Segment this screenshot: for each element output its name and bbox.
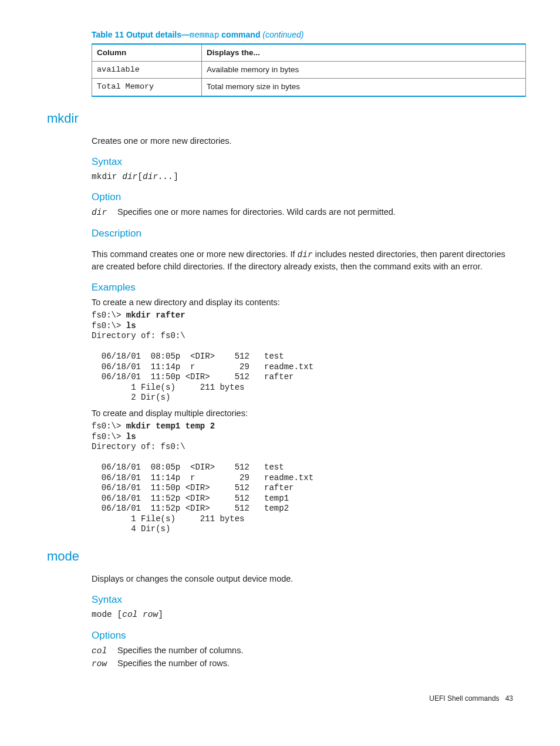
- description-heading: Description: [92, 227, 513, 241]
- desc-text: This command creates one or more new dir…: [92, 249, 298, 259]
- option-term: row: [92, 659, 115, 670]
- syntax-bracket: [: [137, 172, 143, 181]
- syntax-cmd: mkdir: [92, 172, 122, 181]
- options-heading: Options: [92, 629, 513, 643]
- example2-intro: To create and display multiple directori…: [92, 408, 513, 420]
- mode-intro: Displays or changes the console output d…: [92, 573, 513, 585]
- footer-text: UEFI Shell commands: [429, 694, 499, 703]
- option-heading: Option: [92, 191, 513, 204]
- output-details-table: Column Displays the... available Availab…: [92, 43, 526, 97]
- mkdir-description: This command creates one or more new dir…: [92, 249, 513, 272]
- option-row: col Specifies the number of columns.: [92, 645, 513, 657]
- table-cell-col: Total Memory: [92, 79, 202, 96]
- caption-mono: memmap: [190, 31, 219, 40]
- syntax-arg: col row: [122, 610, 158, 619]
- table-row: Total Memory Total memory size in bytes: [92, 79, 526, 96]
- option-row: dir Specifies one or more names for dire…: [92, 207, 513, 219]
- table-caption: Table 11 Output details—memmap command (…: [92, 29, 525, 41]
- option-desc: Specifies the number of columns.: [117, 646, 243, 655]
- option-desc: Specifies one or more names for director…: [117, 207, 396, 217]
- mkdir-heading: mkdir: [47, 110, 525, 127]
- desc-mono: dir: [298, 250, 313, 259]
- table-cell-desc: Available memory in bytes: [202, 62, 526, 79]
- option-term: dir: [92, 207, 115, 219]
- syntax-heading: Syntax: [92, 156, 513, 169]
- table-header-row: Column Displays the...: [92, 44, 526, 62]
- mkdir-syntax: mkdir dir[dir...]: [92, 171, 513, 183]
- option-term: col: [92, 646, 115, 657]
- example1-intro: To create a new directory and display it…: [92, 297, 513, 309]
- mode-syntax: mode [col row]: [92, 609, 513, 621]
- syntax-arg: dir: [122, 172, 137, 181]
- page-number: 43: [505, 694, 513, 703]
- mode-heading: mode: [47, 548, 525, 565]
- caption-bold2: command: [219, 30, 262, 39]
- example1-code: fs0:\> mkdir rafter fs0:\> ls Directory …: [92, 310, 513, 403]
- option-row: row Specifies the number of rows.: [92, 658, 513, 670]
- syntax-cmd: mode: [92, 610, 117, 619]
- table-header-displays: Displays the...: [202, 44, 526, 62]
- syntax-arg: dir...: [143, 172, 173, 181]
- page-footer: UEFI Shell commands 43: [35, 694, 525, 703]
- table-cell-desc: Total memory size in bytes: [202, 79, 526, 96]
- syntax-bracket: ]: [173, 172, 178, 181]
- table-row: available Available memory in bytes: [92, 62, 526, 79]
- syntax-bracket: [: [117, 610, 123, 619]
- example2-code: fs0:\> mkdir temp1 temp 2 fs0:\> ls Dire…: [92, 421, 513, 535]
- mkdir-intro: Creates one or more new directories.: [92, 136, 513, 147]
- syntax-heading: Syntax: [92, 593, 513, 607]
- table-header-column: Column: [92, 44, 202, 62]
- caption-italic: (continued): [262, 30, 303, 39]
- table-cell-col: available: [92, 62, 202, 79]
- option-desc: Specifies the number of rows.: [117, 659, 230, 668]
- caption-prefix: Table 11 Output details—: [92, 30, 190, 39]
- syntax-bracket: ]: [158, 610, 163, 619]
- examples-heading: Examples: [92, 281, 513, 295]
